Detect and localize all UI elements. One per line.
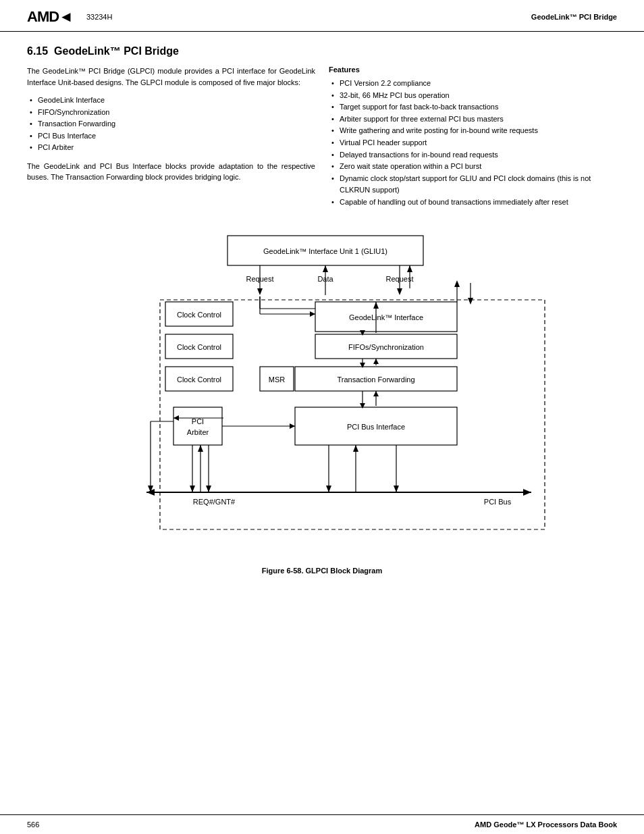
header-left: AMD◄ 33234H bbox=[27, 8, 112, 26]
svg-marker-42 bbox=[290, 423, 295, 429]
section-title: 6.15 GeodeLink™ PCI Bridge bbox=[27, 45, 617, 57]
amd-logo: AMD◄ bbox=[27, 8, 73, 26]
clock-control-2-label: Clock Control bbox=[177, 343, 221, 351]
diagram-caption: Figure 6-58. GLPCI Block Diagram bbox=[262, 567, 383, 575]
svg-marker-4 bbox=[323, 265, 328, 272]
feature-item: Target support for fast back-to-back tra… bbox=[329, 101, 617, 113]
feature-item: Virtual PCI header support bbox=[329, 137, 617, 149]
fifos-sync-label: FIFOs/Synchronization bbox=[348, 343, 424, 351]
footer: 566 AMD Geode™ LX Processors Data Book bbox=[0, 814, 644, 834]
header: AMD◄ 33234H GeodeLink™ PCI Bridge bbox=[0, 0, 644, 32]
list-item: FIFO/Synchronization bbox=[27, 107, 315, 119]
svg-marker-53 bbox=[394, 486, 399, 492]
features-list: PCI Version 2.2 compliance 32-bit, 66 MH… bbox=[329, 78, 617, 209]
pci-arbiter-label: Arbiter bbox=[187, 428, 209, 436]
feature-item: Write gathering and write posting for in… bbox=[329, 125, 617, 137]
list-item: Transaction Forwarding bbox=[27, 118, 315, 130]
left-column: The GeodeLink™ PCI Bridge (GLPCI) module… bbox=[27, 66, 315, 215]
header-right-text: GeodeLink™ PCI Bridge bbox=[531, 13, 617, 21]
page-number: 566 bbox=[27, 820, 39, 829]
svg-marker-40 bbox=[468, 298, 473, 305]
doc-number: 33234H bbox=[86, 13, 113, 21]
pci-bus-interface-label: PCI Bus Interface bbox=[347, 423, 405, 431]
main-content: 6.15 GeodeLink™ PCI Bridge The GeodeLink… bbox=[0, 32, 644, 629]
intro-paragraph-2: The GeodeLink and PCI Bus Interface bloc… bbox=[27, 161, 315, 183]
list-item: PCI Bus Interface bbox=[27, 130, 315, 142]
clock-control-3-label: Clock Control bbox=[177, 375, 221, 384]
two-column-layout: The GeodeLink™ PCI Bridge (GLPCI) module… bbox=[27, 66, 617, 215]
feature-item: PCI Version 2.2 compliance bbox=[329, 78, 617, 90]
page: AMD◄ 33234H GeodeLink™ PCI Bridge 6.15 G… bbox=[0, 0, 644, 834]
gliu-label: GeodeLink™ Interface Unit 1 (GLIU1) bbox=[263, 247, 387, 255]
transaction-forwarding-label: Transaction Forwarding bbox=[337, 375, 414, 384]
block-diagram: GeodeLink™ Interface Unit 1 (GLIU1) Requ… bbox=[92, 229, 552, 560]
list-item: GeodeLink Interface bbox=[27, 95, 315, 107]
svg-text:PCI: PCI bbox=[192, 417, 204, 425]
clock-control-1-label: Clock Control bbox=[177, 311, 221, 319]
feature-item: Arbiter support for three external PCI b… bbox=[329, 113, 617, 126]
svg-marker-31 bbox=[373, 391, 379, 396]
svg-rect-17 bbox=[173, 407, 222, 445]
svg-marker-59 bbox=[206, 486, 211, 492]
svg-marker-27 bbox=[373, 359, 379, 364]
svg-marker-57 bbox=[198, 445, 203, 452]
svg-marker-38 bbox=[454, 280, 460, 287]
list-item: PCI Arbiter bbox=[27, 142, 315, 154]
svg-marker-6 bbox=[397, 288, 402, 295]
features-heading: Features bbox=[329, 66, 617, 74]
footer-title: AMD Geode™ LX Processors Data Book bbox=[475, 820, 617, 829]
svg-marker-55 bbox=[190, 486, 195, 492]
svg-marker-34 bbox=[310, 311, 315, 317]
svg-marker-51 bbox=[353, 445, 358, 452]
svg-marker-8 bbox=[407, 265, 412, 272]
svg-marker-49 bbox=[326, 486, 331, 492]
req-gnt-label: REQ#/GNT# bbox=[193, 498, 236, 506]
feature-item: Dynamic clock stop/start support for GLI… bbox=[329, 173, 617, 197]
right-column: Features PCI Version 2.2 compliance 32-b… bbox=[329, 66, 617, 215]
pci-bus-label: PCI Bus bbox=[484, 498, 512, 506]
svg-marker-2 bbox=[257, 288, 263, 295]
blocks-list: GeodeLink Interface FIFO/Synchronization… bbox=[27, 95, 315, 154]
geodelink-interface-label: GeodeLink™ Interface bbox=[349, 313, 423, 321]
msr-label: MSR bbox=[269, 375, 286, 384]
intro-paragraph-1: The GeodeLink™ PCI Bridge (GLPCI) module… bbox=[27, 66, 315, 88]
diagram-container: GeodeLink™ Interface Unit 1 (GLIU1) Requ… bbox=[27, 229, 617, 575]
feature-item: Capable of handling out of bound transac… bbox=[329, 197, 617, 209]
svg-marker-47 bbox=[523, 489, 531, 496]
feature-item: 32-bit, 66 MHz PCI bus operation bbox=[329, 90, 617, 102]
feature-item: Zero wait state operation within a PCI b… bbox=[329, 161, 617, 173]
feature-item: Delayed transactions for in-bound read r… bbox=[329, 149, 617, 161]
